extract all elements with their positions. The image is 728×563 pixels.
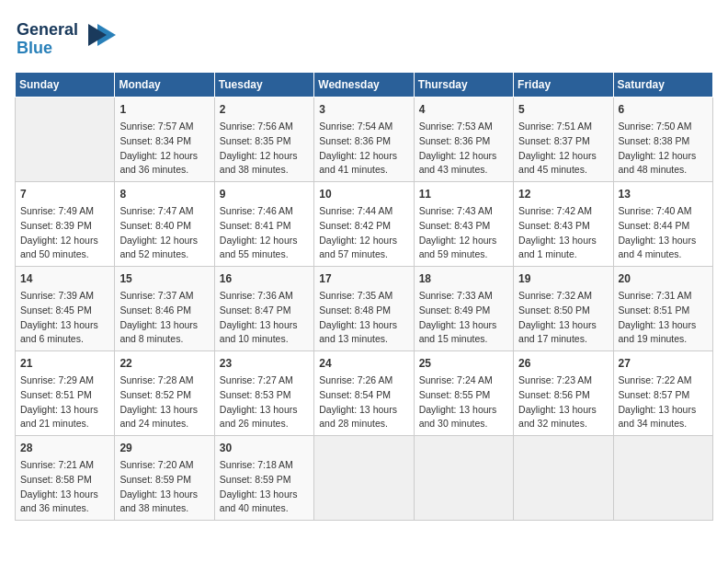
calendar-cell: 3 Sunrise: 7:54 AM Sunset: 8:36 PM Dayli… [314, 98, 414, 182]
day-number: 24 [319, 355, 408, 372]
cell-content: Sunrise: 7:22 AM Sunset: 8:57 PM Dayligh… [619, 373, 708, 431]
sunrise-text: Sunrise: 7:42 AM [518, 204, 608, 219]
sunset-text: Sunset: 8:50 PM [518, 304, 608, 318]
daylight-text: Daylight: 13 hours and 38 minutes. [119, 488, 209, 517]
sunrise-text: Sunrise: 7:46 AM [220, 204, 309, 219]
calendar-cell: 21 Sunrise: 7:29 AM Sunset: 8:51 PM Dayl… [16, 351, 115, 436]
sunset-text: Sunset: 8:39 PM [20, 219, 109, 234]
cell-content: Sunrise: 7:50 AM Sunset: 8:38 PM Dayligh… [619, 120, 708, 178]
calendar-cell: 13 Sunrise: 7:40 AM Sunset: 8:44 PM Dayl… [613, 182, 712, 267]
day-number: 1 [119, 101, 209, 118]
day-number: 14 [20, 270, 109, 287]
calendar-cell [314, 436, 414, 521]
day-number: 4 [419, 101, 508, 118]
daylight-text: Daylight: 13 hours and 32 minutes. [518, 403, 608, 432]
daylight-text: Daylight: 12 hours and 52 minutes. [119, 234, 209, 263]
cell-content: Sunrise: 7:28 AM Sunset: 8:52 PM Dayligh… [119, 373, 209, 431]
cell-content: Sunrise: 7:39 AM Sunset: 8:45 PM Dayligh… [20, 289, 109, 347]
day-number: 18 [419, 270, 508, 287]
sunrise-text: Sunrise: 7:40 AM [619, 204, 708, 219]
cell-content: Sunrise: 7:31 AM Sunset: 8:51 PM Dayligh… [619, 289, 708, 347]
sunrise-text: Sunrise: 7:39 AM [20, 289, 109, 304]
sunset-text: Sunset: 8:40 PM [119, 219, 209, 234]
day-number: 12 [518, 186, 608, 202]
sunset-text: Sunset: 8:49 PM [419, 304, 508, 318]
day-number: 26 [518, 355, 608, 372]
day-number: 28 [20, 440, 109, 456]
calendar-week-2: 7 Sunrise: 7:49 AM Sunset: 8:39 PM Dayli… [16, 182, 713, 267]
daylight-text: Daylight: 13 hours and 40 minutes. [220, 488, 309, 517]
sunrise-text: Sunrise: 7:50 AM [619, 120, 708, 134]
cell-content: Sunrise: 7:46 AM Sunset: 8:41 PM Dayligh… [220, 204, 309, 262]
calendar-week-5: 28 Sunrise: 7:21 AM Sunset: 8:58 PM Dayl… [16, 436, 713, 521]
sunset-text: Sunset: 8:36 PM [319, 134, 408, 149]
logo: General Blue [15, 15, 125, 61]
sunset-text: Sunset: 8:59 PM [220, 473, 309, 488]
daylight-text: Daylight: 13 hours and 15 minutes. [419, 318, 508, 348]
sunset-text: Sunset: 8:58 PM [20, 473, 109, 488]
calendar-cell: 15 Sunrise: 7:37 AM Sunset: 8:46 PM Dayl… [115, 267, 214, 351]
sunrise-text: Sunrise: 7:44 AM [319, 204, 408, 219]
calendar-cell: 23 Sunrise: 7:27 AM Sunset: 8:53 PM Dayl… [214, 351, 313, 436]
sunrise-text: Sunrise: 7:18 AM [220, 458, 309, 473]
calendar-cell: 10 Sunrise: 7:44 AM Sunset: 8:42 PM Dayl… [314, 182, 414, 267]
sunrise-text: Sunrise: 7:54 AM [319, 120, 408, 134]
sunrise-text: Sunrise: 7:49 AM [20, 204, 109, 219]
day-number: 2 [220, 101, 309, 118]
cell-content: Sunrise: 7:44 AM Sunset: 8:42 PM Dayligh… [319, 204, 408, 262]
sunrise-text: Sunrise: 7:57 AM [119, 120, 209, 134]
sunrise-text: Sunrise: 7:29 AM [20, 373, 109, 388]
sunset-text: Sunset: 8:53 PM [220, 388, 309, 403]
day-number: 21 [20, 355, 109, 372]
cell-content: Sunrise: 7:56 AM Sunset: 8:35 PM Dayligh… [220, 120, 309, 178]
sunrise-text: Sunrise: 7:47 AM [119, 204, 209, 219]
cell-content: Sunrise: 7:54 AM Sunset: 8:36 PM Dayligh… [319, 120, 408, 178]
day-number: 7 [20, 186, 109, 202]
day-number: 3 [319, 101, 408, 118]
calendar-table: SundayMondayTuesdayWednesdayThursdayFrid… [15, 72, 713, 521]
daylight-text: Daylight: 12 hours and 50 minutes. [20, 234, 109, 263]
daylight-text: Daylight: 13 hours and 28 minutes. [319, 403, 408, 432]
sunrise-text: Sunrise: 7:21 AM [20, 458, 109, 473]
calendar-cell: 19 Sunrise: 7:32 AM Sunset: 8:50 PM Dayl… [514, 267, 613, 351]
cell-content: Sunrise: 7:26 AM Sunset: 8:54 PM Dayligh… [319, 373, 408, 431]
cell-content: Sunrise: 7:35 AM Sunset: 8:48 PM Dayligh… [319, 289, 408, 347]
calendar-cell: 8 Sunrise: 7:47 AM Sunset: 8:40 PM Dayli… [115, 182, 214, 267]
cell-content: Sunrise: 7:21 AM Sunset: 8:58 PM Dayligh… [20, 458, 109, 516]
day-number: 5 [518, 101, 608, 118]
calendar-cell: 25 Sunrise: 7:24 AM Sunset: 8:55 PM Dayl… [414, 351, 513, 436]
day-number: 27 [619, 355, 708, 372]
day-number: 29 [119, 440, 209, 456]
daylight-text: Daylight: 13 hours and 21 minutes. [20, 403, 109, 432]
calendar-cell: 22 Sunrise: 7:28 AM Sunset: 8:52 PM Dayl… [115, 351, 214, 436]
calendar-week-1: 1 Sunrise: 7:57 AM Sunset: 8:34 PM Dayli… [16, 98, 713, 182]
sunset-text: Sunset: 8:52 PM [119, 388, 209, 403]
calendar-cell: 27 Sunrise: 7:22 AM Sunset: 8:57 PM Dayl… [613, 351, 712, 436]
calendar-cell: 30 Sunrise: 7:18 AM Sunset: 8:59 PM Dayl… [214, 436, 313, 521]
weekday-header-monday: Monday [115, 73, 214, 98]
svg-text:Blue: Blue [17, 39, 52, 57]
svg-text:General: General [17, 20, 78, 39]
sunset-text: Sunset: 8:54 PM [319, 388, 408, 403]
cell-content: Sunrise: 7:32 AM Sunset: 8:50 PM Dayligh… [518, 289, 608, 347]
sunrise-text: Sunrise: 7:32 AM [518, 289, 608, 304]
cell-content: Sunrise: 7:24 AM Sunset: 8:55 PM Dayligh… [419, 373, 508, 431]
weekday-header-friday: Friday [514, 73, 613, 98]
cell-content: Sunrise: 7:29 AM Sunset: 8:51 PM Dayligh… [20, 373, 109, 431]
cell-content: Sunrise: 7:57 AM Sunset: 8:34 PM Dayligh… [119, 120, 209, 178]
calendar-cell: 18 Sunrise: 7:33 AM Sunset: 8:49 PM Dayl… [414, 267, 513, 351]
cell-content: Sunrise: 7:40 AM Sunset: 8:44 PM Dayligh… [619, 204, 708, 262]
cell-content: Sunrise: 7:53 AM Sunset: 8:36 PM Dayligh… [419, 120, 508, 178]
sunrise-text: Sunrise: 7:22 AM [619, 373, 708, 388]
calendar-cell: 24 Sunrise: 7:26 AM Sunset: 8:54 PM Dayl… [314, 351, 414, 436]
sunrise-text: Sunrise: 7:51 AM [518, 120, 608, 134]
daylight-text: Daylight: 13 hours and 4 minutes. [619, 234, 708, 263]
weekday-header-row: SundayMondayTuesdayWednesdayThursdayFrid… [16, 73, 713, 98]
sunset-text: Sunset: 8:59 PM [119, 473, 209, 488]
cell-content: Sunrise: 7:23 AM Sunset: 8:56 PM Dayligh… [518, 373, 608, 431]
calendar-cell: 9 Sunrise: 7:46 AM Sunset: 8:41 PM Dayli… [214, 182, 313, 267]
day-number: 6 [619, 101, 708, 118]
daylight-text: Daylight: 13 hours and 13 minutes. [319, 318, 408, 348]
calendar-cell: 29 Sunrise: 7:20 AM Sunset: 8:59 PM Dayl… [115, 436, 214, 521]
daylight-text: Daylight: 12 hours and 38 minutes. [220, 149, 309, 178]
